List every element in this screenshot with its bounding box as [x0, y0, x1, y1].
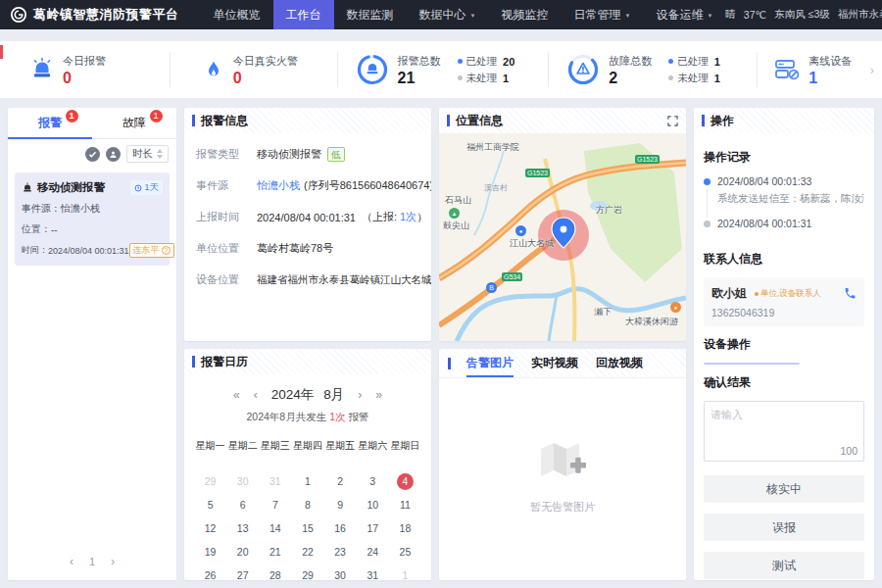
stat-processed: 已处理1 — [668, 55, 720, 69]
confirm-textarea[interactable] — [705, 402, 863, 441]
road-badge: G534 — [502, 272, 522, 281]
calendar-day[interactable]: 31 — [357, 564, 389, 580]
calendar-day[interactable]: 1 — [389, 564, 421, 580]
calendar-day[interactable]: 9 — [324, 493, 357, 516]
person-filter-icon[interactable] — [106, 147, 121, 162]
calendar-day[interactable]: 19 — [194, 540, 226, 564]
operation-button[interactable]: 测试 — [704, 552, 864, 579]
mute-dropdown-caret[interactable] — [775, 364, 799, 365]
calendar-day[interactable]: 30 — [226, 469, 259, 493]
calendar-day[interactable]: 5 — [194, 493, 226, 516]
calendar-day[interactable]: 31 — [259, 469, 291, 493]
weekday-label: 星期四 — [291, 434, 323, 460]
current-page[interactable]: 1 — [89, 556, 95, 567]
clock-icon — [134, 184, 142, 192]
map-label: 福州工商学院 — [466, 141, 519, 154]
next-month-icon[interactable]: › — [358, 388, 362, 402]
alarm-calendar-panel: 报警日历 « ‹ 2024年8月 › » 2024年8月共发生1次报警 星期一星… — [184, 349, 431, 580]
calendar-day[interactable]: 15 — [291, 516, 323, 540]
media-tab[interactable]: 回放视频 — [596, 349, 643, 377]
nav-item-label: 工作台 — [286, 7, 321, 24]
prev-year-icon[interactable]: « — [233, 388, 240, 402]
calendar-day[interactable]: 20 — [226, 540, 259, 564]
nav-item-label: 设备运维 — [656, 7, 703, 24]
prev-page-icon[interactable]: ‹ — [70, 555, 74, 568]
list-pagination: ‹ 1 › — [8, 545, 176, 580]
stat-label: 报警总数 — [398, 54, 441, 69]
calendar-day[interactable]: 28 — [259, 564, 291, 580]
timeline-record: 2024/08/04 00:01:33 系统发送短信至：杨新蕊，陈汝满，许参..… — [704, 175, 864, 206]
prev-month-icon[interactable]: ‹ — [254, 388, 258, 402]
check-circle-icon[interactable] — [85, 147, 100, 162]
map-canvas[interactable]: 福州工商学院 石马山 溪吉村 ▲ 鼓尖山 方广岩 ● 江山大名城 濑下 ● 大樟… — [439, 133, 686, 341]
next-year-icon[interactable]: » — [375, 388, 382, 402]
operation-button[interactable]: 核实中 — [704, 475, 864, 503]
timeline-dot-icon — [704, 220, 710, 227]
calendar-day[interactable]: 26 — [194, 564, 226, 580]
nav-item[interactable]: 设备运维 — [643, 0, 725, 29]
operation-button[interactable]: 误报 — [704, 514, 864, 541]
calendar-day[interactable]: 4 — [389, 469, 421, 493]
calendar-day[interactable]: 18 — [389, 516, 421, 540]
map-label: 石马山 — [445, 194, 471, 207]
nav-item[interactable]: 日常管理 — [561, 0, 643, 29]
nav-item[interactable]: 视频监控 — [488, 0, 561, 29]
calendar-day[interactable]: 6 — [226, 493, 259, 516]
empty-image-icon — [537, 439, 588, 484]
stats-accent-mark — [0, 45, 3, 59]
media-tab[interactable]: 实时视频 — [531, 349, 578, 377]
device-operation-title: 设备操作 — [704, 336, 864, 353]
media-tab[interactable]: 告警图片 — [466, 349, 514, 377]
mute-select: 消音12h — [704, 363, 800, 365]
calendar-day[interactable]: 25 — [389, 540, 421, 564]
weekday-label: 星期五 — [324, 434, 357, 460]
flame-icon — [202, 58, 225, 81]
calendar-day[interactable]: 17 — [357, 516, 389, 540]
calendar-day[interactable]: 21 — [259, 540, 291, 564]
calendar-day[interactable]: 24 — [357, 540, 389, 564]
calendar-day[interactable]: 22 — [291, 540, 323, 564]
calendar-day[interactable]: 27 — [226, 564, 259, 580]
mute-label: 消音12h — [727, 363, 766, 365]
bell-muted-icon — [712, 363, 723, 365]
source-link[interactable]: 怡澹小栈 — [257, 178, 300, 193]
calendar-day[interactable]: 29 — [291, 564, 323, 580]
stat-label: 今日真实火警 — [233, 54, 298, 69]
nav-item[interactable]: 数据监测 — [334, 0, 407, 29]
nav-item[interactable]: 工作台 — [273, 0, 334, 29]
calendar-day[interactable]: 7 — [259, 493, 291, 516]
stats-next-chevron-icon[interactable]: › — [870, 63, 874, 77]
nav-item[interactable]: 数据中心 — [407, 0, 489, 29]
tab[interactable]: 报警 1 — [8, 108, 92, 138]
calendar-day[interactable]: 12 — [194, 516, 226, 540]
calendar-day[interactable]: 16 — [324, 516, 357, 540]
calendar-day[interactable]: 1 — [291, 469, 323, 493]
serial-number: (序列号861566048640674) — [304, 178, 431, 193]
calendar-day[interactable]: 11 — [389, 493, 421, 516]
calendar-day[interactable]: 29 — [194, 469, 226, 493]
calendar-day[interactable]: 13 — [226, 516, 259, 540]
calendar-day[interactable]: 2 — [324, 469, 357, 493]
calendar-day[interactable]: 23 — [324, 540, 357, 564]
weekday-label: 星期二 — [226, 434, 259, 460]
report-count-link[interactable]: 1次 — [400, 210, 416, 224]
alarm-list-panel: 报警 1 故障 1 时长 移动侦测报警 — [8, 108, 176, 580]
char-counter: 100 — [840, 445, 858, 457]
nav-item[interactable]: 单位概览 — [201, 0, 273, 29]
sort-carets-icon — [157, 149, 163, 159]
fullscreen-icon[interactable] — [667, 116, 678, 126]
phone-icon[interactable] — [844, 287, 857, 300]
next-page-icon[interactable]: › — [111, 555, 115, 568]
map-label: 濑下 — [594, 306, 612, 318]
mute-button[interactable]: 消音12h — [705, 364, 775, 365]
calendar-day[interactable]: 10 — [357, 493, 389, 516]
calendar-day[interactable]: 3 — [357, 469, 389, 493]
calendar-day[interactable]: 14 — [259, 516, 291, 540]
alarm-list-item[interactable]: 移动侦测报警 1天 事件源： 怡澹小栈 位置： -- 时间： 2024/08/0… — [15, 172, 170, 266]
calendar-day[interactable]: 8 — [291, 493, 323, 516]
calendar-day[interactable]: 30 — [324, 564, 357, 580]
event-source-row: 事件源 怡澹小栈 (序列号861566048640674) — [196, 178, 419, 193]
duration-sort-select[interactable]: 时长 — [126, 145, 169, 163]
tab[interactable]: 故障 1 — [92, 108, 176, 138]
unit-location-row: 单位位置 葛岭村葛岭78号 — [196, 241, 419, 256]
